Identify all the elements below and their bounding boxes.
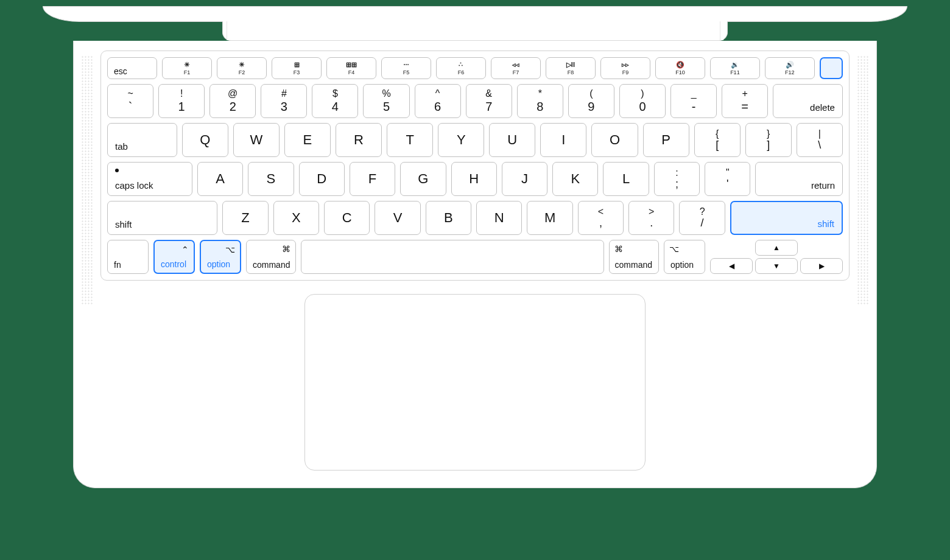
key-f10[interactable]: 🔇F10 — [655, 57, 705, 79]
key-equals[interactable]: += — [722, 84, 768, 118]
key-left-bracket[interactable]: {[ — [694, 123, 741, 157]
key-f7[interactable]: ◃◃F7 — [491, 57, 541, 79]
key-fn[interactable]: fn — [107, 240, 149, 274]
key-i[interactable]: I — [540, 123, 586, 157]
key-power-touchid[interactable] — [820, 57, 843, 79]
key-a[interactable]: A — [197, 162, 243, 196]
key-f6[interactable]: ∴F6 — [436, 57, 486, 79]
key-u[interactable]: U — [489, 123, 535, 157]
laptop-lid — [43, 6, 907, 22]
key-right-bracket[interactable]: }] — [745, 123, 792, 157]
key-f[interactable]: F — [350, 162, 395, 196]
key-semicolon[interactable]: :; — [654, 162, 700, 196]
laptop-deck: esc ☀︎F1 ☀F2 ⊞F3 ⊞⊞F4 ∙∙∙F5 ∴F6 ◃◃F7 ▷II… — [73, 41, 877, 488]
key-g[interactable]: G — [400, 162, 446, 196]
modifier-row: fn ⌃control ⌥option ⌘command ⌘command ⌥o… — [107, 240, 843, 274]
key-s[interactable]: S — [248, 162, 294, 196]
key-slash[interactable]: ?/ — [679, 201, 725, 235]
key-right-shift[interactable]: shift — [730, 201, 843, 235]
key-k[interactable]: K — [552, 162, 598, 196]
key-left-option[interactable]: ⌥option — [200, 240, 241, 274]
key-p[interactable]: P — [643, 123, 689, 157]
key-left-control[interactable]: ⌃control — [153, 240, 195, 274]
key-spacebar[interactable] — [301, 240, 604, 274]
key-1[interactable]: !1 — [158, 84, 205, 118]
key-l[interactable]: L — [603, 162, 649, 196]
qwerty-row: tab Q W E R T Y U I O P {[ }] |\ — [107, 123, 843, 157]
key-minus[interactable]: _- — [670, 84, 717, 118]
key-f9[interactable]: ▹▹F9 — [600, 57, 650, 79]
key-j[interactable]: J — [502, 162, 547, 196]
key-arrow-down[interactable]: ▼ — [755, 258, 798, 274]
key-quote[interactable]: "' — [705, 162, 750, 196]
key-comma[interactable]: <, — [578, 201, 624, 235]
key-0[interactable]: )0 — [619, 84, 666, 118]
key-f4[interactable]: ⊞⊞F4 — [326, 57, 376, 79]
speaker-grille-right — [857, 55, 869, 305]
home-row: caps lock A S D F G H J K L :; "' return — [107, 162, 843, 196]
shift-row: shift Z X C V B N M <, >. ?/ shift — [107, 201, 843, 235]
key-backtick[interactable]: ~` — [107, 84, 153, 118]
key-period[interactable]: >. — [628, 201, 674, 235]
key-5[interactable]: %5 — [363, 84, 409, 118]
key-d[interactable]: D — [299, 162, 345, 196]
key-f11[interactable]: 🔉F11 — [710, 57, 760, 79]
key-m[interactable]: M — [527, 201, 572, 235]
key-f3[interactable]: ⊞F3 — [272, 57, 322, 79]
key-r[interactable]: R — [336, 123, 382, 157]
macbook-diagram: esc ☀︎F1 ☀F2 ⊞F3 ⊞⊞F4 ∙∙∙F5 ∴F6 ◃◃F7 ▷II… — [43, 6, 907, 488]
trackpad[interactable] — [304, 294, 646, 471]
key-e[interactable]: E — [284, 123, 331, 157]
key-7[interactable]: &7 — [466, 84, 512, 118]
key-8[interactable]: *8 — [517, 84, 563, 118]
key-4[interactable]: $4 — [312, 84, 358, 118]
keyboard: esc ☀︎F1 ☀F2 ⊞F3 ⊞⊞F4 ∙∙∙F5 ∴F6 ◃◃F7 ▷II… — [100, 51, 850, 281]
key-z[interactable]: Z — [222, 201, 268, 235]
key-f12[interactable]: 🔊F12 — [765, 57, 815, 79]
key-y[interactable]: Y — [438, 123, 484, 157]
function-row: esc ☀︎F1 ☀F2 ⊞F3 ⊞⊞F4 ∙∙∙F5 ∴F6 ◃◃F7 ▷II… — [107, 57, 843, 79]
key-x[interactable]: X — [273, 201, 319, 235]
key-3[interactable]: #3 — [261, 84, 307, 118]
speaker-grille-left — [81, 55, 93, 305]
key-w[interactable]: W — [233, 123, 280, 157]
key-capslock[interactable]: caps lock — [107, 162, 192, 196]
key-f8[interactable]: ▷IIF8 — [546, 57, 596, 79]
arrow-key-cluster: ▲ ◀ ▼ ▶ — [710, 240, 843, 274]
key-backslash[interactable]: |\ — [797, 123, 843, 157]
key-return[interactable]: return — [755, 162, 843, 196]
key-2[interactable]: @2 — [209, 84, 256, 118]
key-q[interactable]: Q — [182, 123, 228, 157]
key-f2[interactable]: ☀F2 — [217, 57, 267, 79]
key-h[interactable]: H — [451, 162, 497, 196]
key-esc[interactable]: esc — [107, 57, 157, 79]
key-right-option[interactable]: ⌥option — [664, 240, 705, 274]
key-delete[interactable]: delete — [773, 84, 843, 118]
key-arrow-up[interactable]: ▲ — [755, 240, 798, 256]
key-f5[interactable]: ∙∙∙F5 — [381, 57, 431, 79]
key-f1[interactable]: ☀︎F1 — [162, 57, 212, 79]
key-o[interactable]: O — [591, 123, 638, 157]
key-9[interactable]: (9 — [568, 84, 614, 118]
key-left-shift[interactable]: shift — [107, 201, 217, 235]
key-n[interactable]: N — [476, 201, 522, 235]
number-row: ~` !1 @2 #3 $4 %5 ^6 &7 *8 (9 )0 _- += d… — [107, 84, 843, 118]
key-left-command[interactable]: ⌘command — [246, 240, 296, 274]
laptop-hinge — [222, 21, 728, 41]
key-b[interactable]: B — [426, 201, 471, 235]
key-6[interactable]: ^6 — [415, 84, 461, 118]
key-c[interactable]: C — [324, 201, 370, 235]
key-tab[interactable]: tab — [107, 123, 177, 157]
key-arrow-right[interactable]: ▶ — [800, 258, 843, 274]
key-right-command[interactable]: ⌘command — [609, 240, 659, 274]
key-t[interactable]: T — [387, 123, 433, 157]
key-arrow-left[interactable]: ◀ — [710, 258, 753, 274]
key-v[interactable]: V — [375, 201, 420, 235]
